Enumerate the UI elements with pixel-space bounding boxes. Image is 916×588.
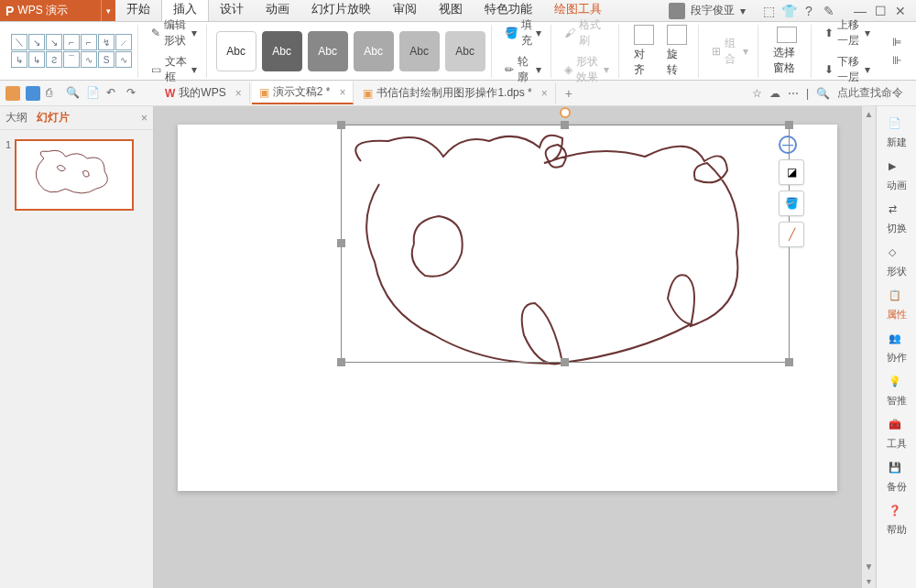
app-logo[interactable]: P WPS 演示 [0, 0, 101, 21]
doctab-2-label: 书信信封绘制用图形操作1.dps * [376, 85, 531, 101]
style-preset-3[interactable]: Abc [308, 31, 348, 71]
tab-anim[interactable]: 动画 [255, 0, 300, 21]
align-extra-2[interactable]: ⊪ [889, 52, 905, 69]
bookmark-icon[interactable]: ☆ [752, 87, 762, 100]
style-preset-6[interactable]: Abc [445, 31, 485, 71]
work-area: 大纲 幻灯片 × 1 [0, 106, 916, 588]
move-up-button[interactable]: ⬆上移一层 ▾ [821, 16, 874, 50]
style-preset-1[interactable]: Abc [216, 31, 256, 71]
rp-props[interactable]: 📋属性 [887, 289, 907, 321]
close-button[interactable]: ✕ [892, 4, 909, 18]
doctab-1-close[interactable]: × [339, 86, 345, 99]
save-icon[interactable] [26, 86, 40, 101]
combine-button[interactable]: ⊞组合 ▾ [708, 34, 752, 69]
doctab-mywps[interactable]: W 我的WPS × [158, 82, 250, 103]
rp-new[interactable]: 📄新建 [887, 117, 907, 149]
style-preset-5[interactable]: Abc [399, 31, 440, 71]
skin-icon[interactable]: ⬚ [760, 4, 777, 18]
tab-slideshow[interactable]: 幻灯片放映 [300, 0, 382, 21]
user-avatar [669, 3, 685, 19]
select-pane-button[interactable]: 选择窗格 [768, 27, 805, 76]
wps-p-icon: P [5, 4, 14, 18]
print-icon[interactable]: ⎙ [46, 86, 60, 101]
redo-icon[interactable]: ↷ [126, 86, 141, 101]
app-menu-dropdown[interactable]: ▾ [101, 0, 115, 21]
float-delete-button[interactable]: — [779, 136, 797, 154]
doctab-mywps-close[interactable]: × [235, 87, 242, 100]
format-effects-group: 🖌格式刷 ◈形状效果 ▾ [555, 25, 620, 78]
style-gallery-group: Abc Abc Abc Abc Abc Abc [211, 25, 492, 78]
slide[interactable]: — ◪ 🪣 ╱ [178, 125, 837, 491]
outline-tab[interactable]: 大纲 [5, 110, 27, 125]
edit-shape-button[interactable]: ✎编辑形状 ▾ [147, 16, 201, 50]
fill-button[interactable]: 🪣填充 ▾ [501, 16, 545, 50]
handle-top-right[interactable] [785, 121, 793, 129]
vertical-scrollbar[interactable]: ▲ ▼ ▾ [861, 106, 876, 588]
textbox-icon: ▭ [151, 63, 161, 76]
move-down-button[interactable]: ⬇下移一层 ▾ [821, 52, 874, 87]
rp-collab[interactable]: 👥协作 [887, 332, 907, 365]
export-pdf-icon[interactable]: 📄 [86, 86, 101, 101]
rp-shape[interactable]: ◇形状 [887, 246, 907, 278]
left-panel-close[interactable]: × [141, 112, 147, 125]
search-placeholder[interactable]: 点此查找命令 [837, 85, 903, 101]
rotate-handle[interactable] [560, 107, 571, 118]
scroll-down-icon[interactable]: ▼ [862, 559, 876, 573]
align-extra-1[interactable]: ⊫ [889, 34, 905, 50]
doctab-2[interactable]: ▣ 书信信封绘制用图形操作1.dps * × [355, 82, 555, 103]
handle-top-left[interactable] [337, 121, 345, 129]
fill-icon: 🪣 [505, 27, 518, 39]
handle-bottom-left[interactable] [337, 358, 345, 366]
rp-trans[interactable]: ⇄切换 [887, 203, 907, 235]
float-outline-button[interactable]: ╱ [779, 222, 804, 247]
rp-backup[interactable]: 💾备份 [887, 462, 907, 494]
doctab-2-close[interactable]: × [541, 87, 548, 100]
floating-tools: — ◪ 🪣 ╱ [779, 136, 804, 247]
style-preset-4[interactable]: Abc [354, 31, 394, 71]
shirt-icon[interactable]: 👕 [780, 4, 797, 18]
slides-tab[interactable]: 幻灯片 [37, 110, 70, 125]
pen-tool-icon: ╱ [789, 228, 795, 241]
float-style-button[interactable]: 🪣 [779, 191, 804, 216]
format-painter-button[interactable]: 🖌格式刷 [561, 16, 614, 50]
line-shapes-gallery[interactable]: ＼↘↘⌐⌐↯⟋ ↳↳Ƨ⌒∿S∿ [11, 34, 132, 68]
handle-left[interactable] [337, 239, 345, 247]
doctab-new[interactable]: + [558, 83, 580, 103]
slide-canvas-area[interactable]: — ◪ 🪣 ╱ [154, 106, 861, 588]
open-icon[interactable] [5, 86, 20, 101]
tab-review[interactable]: 审阅 [382, 0, 428, 21]
style-preset-2[interactable]: Abc [262, 31, 302, 71]
print-preview-icon[interactable]: 🔍 [66, 86, 81, 101]
tab-design[interactable]: 设计 [209, 0, 255, 21]
rotate-button[interactable]: 旋转 [661, 25, 692, 78]
scroll-down2-icon[interactable]: ▾ [862, 573, 876, 588]
align-button[interactable]: 对齐 [628, 25, 660, 78]
slide-thumbnail-1[interactable] [15, 139, 134, 211]
handle-bottom[interactable] [561, 358, 569, 366]
handle-bottom-right[interactable] [785, 358, 793, 366]
ppt-file-icon: ▣ [363, 87, 373, 100]
rp-tools[interactable]: 🧰工具 [887, 419, 907, 451]
maximize-button[interactable]: ☐ [872, 4, 889, 18]
search-area: ☆ ☁ ⋯ | 🔍 点此查找命令 [745, 85, 911, 101]
rp-help[interactable]: ❓帮助 [887, 505, 907, 537]
user-dropdown-icon: ▾ [740, 5, 746, 17]
rp-smart[interactable]: 💡智推 [887, 376, 907, 408]
float-fill-button[interactable]: ◪ [779, 159, 804, 185]
move-up-icon: ⬆ [824, 27, 834, 39]
user-area[interactable]: 段宇俊亚 ▾ [661, 0, 753, 21]
handle-top[interactable] [561, 121, 569, 129]
tab-view[interactable]: 视图 [428, 0, 474, 21]
help-icon[interactable]: ? [801, 4, 817, 18]
rotate-icon [667, 25, 687, 45]
ppt-file-icon: ▣ [259, 86, 269, 99]
doctab-1[interactable]: ▣ 演示文稿2 * × [252, 82, 354, 104]
selection-box[interactable] [341, 125, 790, 363]
cloud-icon[interactable]: ☁ [769, 87, 780, 100]
scroll-up-icon[interactable]: ▲ [862, 106, 876, 121]
undo-icon[interactable]: ↶ [106, 86, 121, 101]
rp-anim[interactable]: ▶动画 [887, 160, 907, 192]
search-more-icon[interactable]: ⋯ [788, 87, 799, 100]
new-icon: 📄 [889, 117, 905, 134]
shape-style-gallery[interactable]: Abc Abc Abc Abc Abc Abc [216, 31, 485, 71]
